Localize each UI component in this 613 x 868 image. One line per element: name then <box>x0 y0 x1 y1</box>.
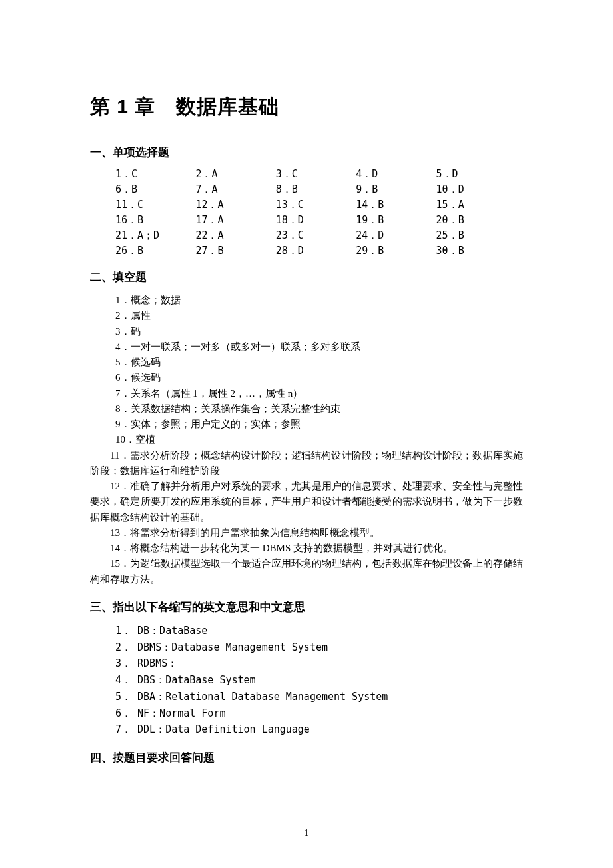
fill-paragraph: 15．为逻辑数据模型选取一个最适合应用环境的物理结构，包括数据库在物理设备上的存… <box>90 556 523 587</box>
answer-cell: 28．D <box>276 245 356 257</box>
answer-cell: 27．B <box>195 245 275 257</box>
answer-cell: 16．B <box>115 214 195 227</box>
section-3-title: 三、指出以下各缩写的英文意思和中文意思 <box>90 599 523 615</box>
fill-item: 3．码 <box>115 324 523 339</box>
answer-cell: 10．D <box>436 183 516 196</box>
fill-paragraph: 14．将概念结构进一步转化为某一 DBMS 支持的数据模型，并对其进行优化。 <box>90 541 523 556</box>
answer-cell: 18．D <box>276 214 356 227</box>
fill-paragraph: 12．准确了解并分析用户对系统的要求，尤其是用户的信息要求、处理要求、安全性与完… <box>90 479 523 525</box>
fill-item: 10．空植 <box>115 432 523 447</box>
fill-item: 1．概念；数据 <box>115 293 523 308</box>
answer-cell: 6．B <box>115 183 195 196</box>
answer-cell: 8．B <box>276 183 356 196</box>
abbr-item: 4． DBS：DataBase System <box>115 672 523 689</box>
answer-cell: 25．B <box>436 229 516 242</box>
answer-cell: 26．B <box>115 245 195 257</box>
fill-item: 4．一对一联系；一对多（或多对一）联系；多对多联系 <box>115 339 523 355</box>
fill-paragraph: 11．需求分析阶段；概念结构设计阶段；逻辑结构设计阶段；物理结构设计阶段；数据库… <box>90 448 523 479</box>
abbr-item: 1． DB：DataBase <box>115 623 523 639</box>
answer-cell: 29．B <box>356 245 436 257</box>
abbr-item: 3． RDBMS： <box>115 655 523 672</box>
page-number: 1 <box>0 827 613 839</box>
answer-cell: 11．C <box>115 199 195 211</box>
answer-cell: 7．A <box>195 183 275 196</box>
abbr-item: 2． DBMS：Database Management System <box>115 639 523 656</box>
answer-cell: 22．A <box>195 229 275 242</box>
page: 第 1 章 数据库基础 一、单项选择题 1．C 2．A 3．C 4．D 5．D … <box>0 0 613 868</box>
abbr-item: 6． NF：Normal Form <box>115 705 523 722</box>
fill-item: 9．实体；参照；用户定义的；实体；参照 <box>115 417 523 432</box>
answer-cell: 17．A <box>195 214 275 227</box>
section-4-title: 四、按题目要求回答问题 <box>90 750 523 765</box>
answer-cell: 4．D <box>356 168 436 181</box>
answer-cell: 19．B <box>356 214 436 227</box>
abbr-list: 1． DB：DataBase 2． DBMS：Database Manageme… <box>90 623 523 738</box>
fill-item: 5．候选码 <box>115 355 523 370</box>
answer-cell: 9．B <box>356 183 436 196</box>
section-2-title: 二、填空题 <box>90 269 523 285</box>
answer-cell: 23．C <box>276 229 356 242</box>
answer-cell: 3．C <box>276 168 356 181</box>
answer-cell: 13．C <box>276 199 356 211</box>
answer-cell: 12．A <box>195 199 275 211</box>
abbr-item: 5． DBA：Relational Database Management Sy… <box>115 689 523 705</box>
answer-cell: 2．A <box>195 168 275 181</box>
fill-item: 7．关系名（属性 1，属性 2，…，属性 n） <box>115 386 523 401</box>
fill-item: 6．候选码 <box>115 370 523 385</box>
answer-cell: 20．B <box>436 214 516 227</box>
answer-cell: 15．A <box>436 199 516 211</box>
answer-cell: 14．B <box>356 199 436 211</box>
fill-paragraph: 13．将需求分析得到的用户需求抽象为信息结构即概念模型。 <box>90 525 523 541</box>
section-1-title: 一、单项选择题 <box>90 145 523 160</box>
answer-cell: 24．D <box>356 229 436 242</box>
fill-item: 8．关系数据结构；关系操作集合；关系完整性约束 <box>115 401 523 417</box>
answer-cell: 21．A；D <box>115 229 195 242</box>
answer-cell: 30．B <box>436 245 516 257</box>
abbr-item: 7． DDL：Data Definition Language <box>115 721 523 738</box>
fill-item: 2．属性 <box>115 308 523 323</box>
answer-cell: 1．C <box>115 168 195 181</box>
fill-list: 1．概念；数据 2．属性 3．码 4．一对一联系；一对多（或多对一）联系；多对多… <box>90 293 523 587</box>
answer-grid: 1．C 2．A 3．C 4．D 5．D 6．B 7．A 8．B 9．B 10．D… <box>90 168 523 257</box>
chapter-title: 第 1 章 数据库基础 <box>90 93 523 121</box>
answer-cell: 5．D <box>436 168 516 181</box>
